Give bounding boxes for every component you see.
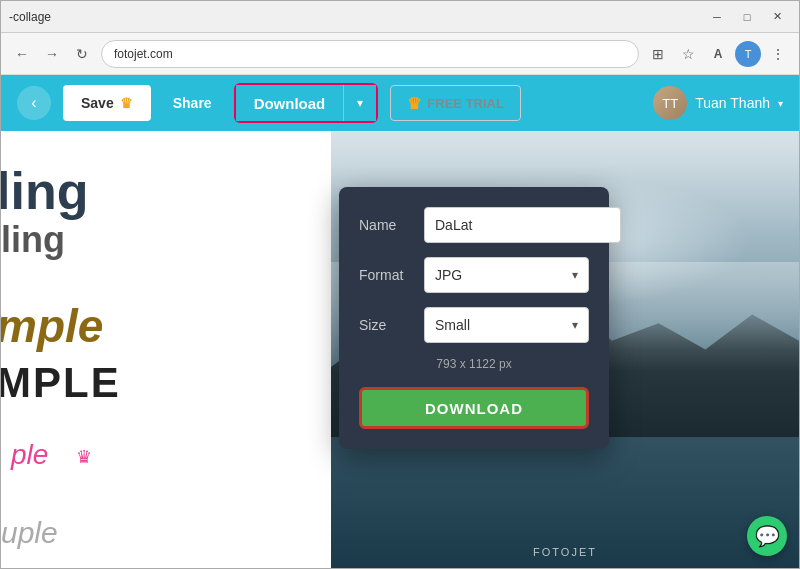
sidebar-text-ling2: ling bbox=[1, 219, 65, 261]
user-avatar: TT bbox=[653, 86, 687, 120]
download-arrow-icon: ▾ bbox=[357, 96, 363, 110]
download-main-button[interactable]: Download bbox=[236, 85, 345, 121]
profile-icon[interactable]: T bbox=[735, 41, 761, 67]
user-section[interactable]: TT Tuan Thanh ▾ bbox=[653, 86, 783, 120]
address-text: fotojet.com bbox=[114, 47, 173, 61]
close-button[interactable]: ✕ bbox=[763, 6, 791, 28]
watermark-label: FOTOJET bbox=[533, 546, 597, 558]
browser-actions: ⊞ ☆ A T ⋮ bbox=[645, 41, 791, 67]
name-row: Name bbox=[359, 207, 589, 243]
save-button[interactable]: Save ♛ bbox=[63, 85, 151, 121]
back-browser-button[interactable]: ← bbox=[9, 41, 35, 67]
browser-nav: ← → ↻ bbox=[9, 41, 95, 67]
bookmark-icon[interactable]: ☆ bbox=[675, 41, 701, 67]
download-dropdown: Name Format JPG ▾ Size bbox=[339, 187, 609, 449]
download-label: Download bbox=[254, 95, 326, 112]
forward-browser-button[interactable]: → bbox=[39, 41, 65, 67]
sidebar-text-mple: mple bbox=[1, 299, 103, 353]
translate-icon[interactable]: A bbox=[705, 41, 731, 67]
chat-bubble-icon: 💬 bbox=[755, 524, 780, 548]
sidebar-text-ling1: ling bbox=[1, 161, 88, 221]
name-input[interactable] bbox=[424, 207, 621, 243]
sidebar-text-MPLE: MPLE bbox=[1, 359, 121, 407]
size-info: 793 x 1122 px bbox=[359, 357, 589, 371]
save-crown-icon: ♛ bbox=[120, 95, 133, 111]
name-label: Name bbox=[359, 217, 414, 233]
extensions-icon[interactable]: ⊞ bbox=[645, 41, 671, 67]
download-action-button[interactable]: DOWNLOAD bbox=[359, 387, 589, 429]
sidebar-text-uple: uple bbox=[1, 516, 58, 550]
size-label: Size bbox=[359, 317, 414, 333]
left-sidebar: ling ling mple MPLE ple ♛ uple bbox=[1, 131, 331, 568]
format-row: Format JPG ▾ bbox=[359, 257, 589, 293]
refresh-button[interactable]: ↻ bbox=[69, 41, 95, 67]
window-frame: -collage ─ □ ✕ ← → ↻ fotojet.com ⊞ ☆ A T… bbox=[0, 0, 800, 569]
title-bar: -collage ─ □ ✕ bbox=[1, 1, 799, 33]
format-value: JPG bbox=[435, 267, 462, 283]
size-select[interactable]: Small ▾ bbox=[424, 307, 589, 343]
main-content: ling ling mple MPLE ple ♛ uple FOTOJET bbox=[1, 131, 799, 568]
size-chevron-icon: ▾ bbox=[572, 318, 578, 332]
download-action-label: DOWNLOAD bbox=[425, 400, 523, 417]
address-bar[interactable]: fotojet.com bbox=[101, 40, 639, 68]
sidebar-text-ple: ple bbox=[11, 439, 48, 471]
minimize-button[interactable]: ─ bbox=[703, 6, 731, 28]
back-arrow-icon: ‹ bbox=[31, 94, 36, 112]
share-label: Share bbox=[173, 95, 212, 111]
browser-bar: ← → ↻ fotojet.com ⊞ ☆ A T ⋮ bbox=[1, 33, 799, 75]
size-value: Small bbox=[435, 317, 470, 333]
download-dropdown-toggle[interactable]: ▾ bbox=[344, 85, 376, 121]
user-dropdown-arrow-icon: ▾ bbox=[778, 98, 783, 109]
save-label: Save bbox=[81, 95, 114, 111]
free-trial-label: FREE TRIAL bbox=[427, 96, 504, 111]
window-controls: ─ □ ✕ bbox=[703, 6, 791, 28]
download-button-group: Download ▾ bbox=[234, 83, 379, 123]
format-select-wrapper: JPG ▾ bbox=[424, 257, 589, 293]
app-toolbar: ‹ Save ♛ Share Download ▾ ♛ FREE TRIAL bbox=[1, 75, 799, 131]
app-area: ‹ Save ♛ Share Download ▾ ♛ FREE TRIAL bbox=[1, 75, 799, 568]
share-button[interactable]: Share bbox=[163, 95, 222, 111]
user-name: Tuan Thanh bbox=[695, 95, 770, 111]
back-app-button[interactable]: ‹ bbox=[17, 86, 51, 120]
browser-menu-icon[interactable]: ⋮ bbox=[765, 41, 791, 67]
format-select[interactable]: JPG ▾ bbox=[424, 257, 589, 293]
format-chevron-icon: ▾ bbox=[572, 268, 578, 282]
size-select-wrapper: Small ▾ bbox=[424, 307, 589, 343]
free-trial-crown-icon: ♛ bbox=[407, 94, 421, 113]
format-label: Format bbox=[359, 267, 414, 283]
window-title: -collage bbox=[9, 10, 51, 24]
free-trial-button[interactable]: ♛ FREE TRIAL bbox=[390, 85, 521, 121]
size-row: Size Small ▾ bbox=[359, 307, 589, 343]
chat-icon[interactable]: 💬 bbox=[747, 516, 787, 556]
maximize-button[interactable]: □ bbox=[733, 6, 761, 28]
sidebar-crown-icon: ♛ bbox=[76, 446, 92, 468]
